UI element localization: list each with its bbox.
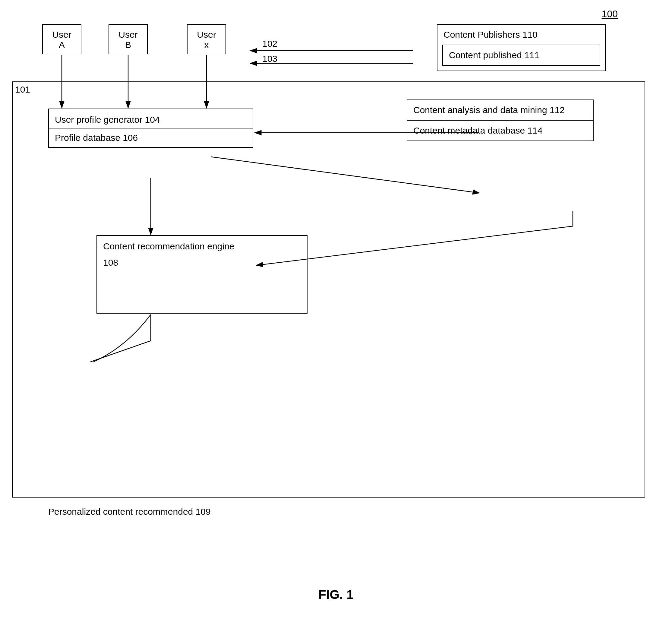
recommendation-engine-box: Content recommendation engine 108	[96, 235, 308, 314]
personalized-content-label: Personalized content recommended 109	[48, 507, 211, 517]
content-publishers-title: Content Publishers 110	[437, 25, 605, 42]
recommendation-engine-title: Content recommendation engine	[97, 236, 307, 255]
content-analysis-box: Content analysis and data mining 112 Con…	[407, 99, 594, 141]
content-metadata-label: Content metadata database 114	[407, 121, 593, 141]
recommendation-engine-ref: 108	[97, 255, 307, 271]
svg-text:103: 103	[262, 54, 278, 64]
user-a-label: User A	[52, 29, 71, 50]
main-system-label: 101	[15, 85, 30, 95]
user-a-box: User A	[42, 24, 81, 54]
profile-generator-box: User profile generator 104 Profile datab…	[48, 109, 253, 148]
figure-title: FIG. 1	[318, 587, 354, 602]
content-publishers-box: Content Publishers 110 Content published…	[437, 24, 606, 71]
user-b-box: User B	[109, 24, 148, 54]
profile-database-label: Profile database 106	[49, 128, 253, 147]
user-b-label: User B	[119, 29, 138, 50]
svg-text:102: 102	[262, 39, 278, 49]
content-analysis-title: Content analysis and data mining 112	[407, 100, 593, 121]
user-x-label: User x	[197, 29, 216, 50]
user-x-box: User x	[187, 24, 226, 54]
ref-100: 100	[602, 8, 618, 20]
profile-generator-title: User profile generator 104	[49, 109, 253, 128]
content-published-box: Content published 111	[442, 45, 600, 66]
diagram-container: 100 User A User B User x Content Publish…	[0, 0, 672, 626]
